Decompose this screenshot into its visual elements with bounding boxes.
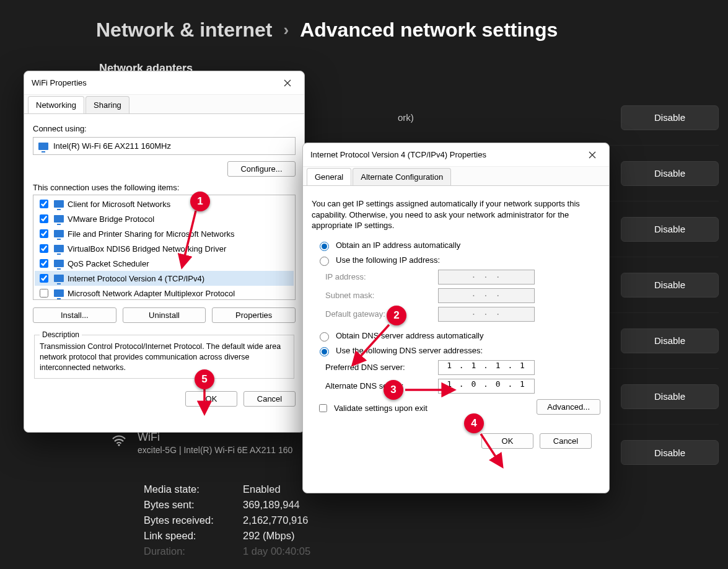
item-checkbox[interactable] — [40, 200, 48, 208]
radio-input[interactable] — [320, 332, 329, 342]
network-item[interactable]: VMware Bridge Protocol — [35, 211, 294, 226]
disable-button[interactable]: Disable — [621, 440, 719, 465]
checkbox-input[interactable] — [319, 404, 327, 412]
item-checkbox[interactable] — [40, 229, 48, 238]
annotation-badge-4: 4 — [464, 413, 484, 433]
stat-label: Link speed: — [144, 530, 230, 542]
ip-address-label: IP address: — [325, 272, 431, 281]
wifi-title: WiFi — [138, 431, 292, 444]
stat-label: Bytes sent: — [144, 499, 230, 511]
annotation-badge-5: 5 — [195, 369, 214, 389]
dns-auto-radio[interactable]: Obtain DNS server address automatically — [317, 330, 600, 342]
dialog-title: WiFi Properties — [32, 78, 87, 87]
disable-button[interactable]: Disable — [621, 329, 719, 353]
disable-button[interactable]: Disable — [621, 384, 719, 409]
network-item[interactable]: QoS Packet Scheduler — [35, 256, 294, 271]
ok-button[interactable]: OK — [481, 433, 533, 449]
configure-button[interactable]: Configure... — [227, 161, 296, 177]
tab-general[interactable]: General — [307, 168, 351, 185]
intro-text: You can get IP settings assigned automat… — [312, 198, 600, 231]
dialog-tabs: Networking Sharing — [24, 95, 304, 114]
preferred-dns-label: Preferred DNS server: — [325, 363, 431, 372]
stat-value: Enabled — [243, 483, 281, 495]
radio-label: Use the following IP address: — [336, 255, 440, 265]
dns-manual-radio[interactable]: Use the following DNS server addresses: — [317, 345, 600, 356]
uninstall-button[interactable]: Uninstall — [123, 307, 206, 323]
install-button[interactable]: Install... — [33, 307, 116, 323]
ipv4-properties-dialog: Internet Protocol Version 4 (TCP/IPv4) P… — [302, 143, 610, 493]
protocol-icon — [54, 230, 64, 237]
tab-alternate-configuration[interactable]: Alternate Configuration — [353, 168, 451, 185]
subnet-field: . . . — [438, 288, 535, 303]
connect-using-label: Connect using: — [33, 124, 296, 133]
advanced-button[interactable]: Advanced... — [537, 399, 600, 415]
network-item[interactable]: Internet Protocol Version 4 (TCP/IPv4) — [35, 271, 294, 286]
close-icon[interactable] — [583, 147, 602, 163]
item-label: Client for Microsoft Networks — [68, 200, 170, 209]
preferred-dns-field[interactable]: 1 . 1 . 1 . 1 — [438, 360, 535, 375]
close-icon[interactable] — [278, 75, 297, 91]
radio-label: Use the following DNS server addresses: — [336, 346, 483, 355]
item-label: Internet Protocol Version 4 (TCP/IPv4) — [68, 274, 204, 283]
network-item[interactable]: VirtualBox NDIS6 Bridged Networking Driv… — [35, 241, 294, 256]
properties-button[interactable]: Properties — [212, 307, 296, 323]
dialog-titlebar[interactable]: WiFi Properties — [24, 71, 304, 95]
items-label: This connection uses the following items… — [33, 183, 296, 192]
network-item[interactable]: File and Printer Sharing for Microsoft N… — [35, 226, 294, 241]
radio-input[interactable] — [320, 257, 329, 266]
stat-label: Bytes received: — [144, 514, 230, 526]
network-adapter-icon — [38, 143, 48, 150]
dialog-titlebar[interactable]: Internet Protocol Version 4 (TCP/IPv4) P… — [303, 143, 609, 167]
radio-input[interactable] — [320, 347, 329, 356]
disable-button[interactable]: Disable — [621, 273, 719, 298]
annotation-badge-2: 2 — [387, 306, 406, 325]
wifi-stats: Media state:Enabled Bytes sent:369,189,9… — [144, 483, 310, 561]
breadcrumb-parent[interactable]: Network & internet — [96, 19, 272, 42]
ip-fields: IP address:. . . Subnet mask:. . . Defau… — [325, 270, 600, 322]
item-checkbox[interactable] — [40, 214, 48, 223]
dialog-tabs: General Alternate Configuration — [303, 167, 609, 186]
stat-value: 292 (Mbps) — [243, 530, 294, 542]
protocol-icon — [54, 215, 64, 223]
stat-label: Media state: — [144, 483, 230, 495]
item-checkbox[interactable] — [40, 274, 48, 283]
item-checkbox[interactable] — [40, 289, 48, 298]
protocol-icon — [54, 289, 64, 297]
item-checkbox[interactable] — [40, 244, 48, 253]
stat-label: Duration: — [144, 545, 230, 557]
checkbox-label: Validate settings upon exit — [334, 404, 428, 413]
radio-input[interactable] — [320, 242, 329, 251]
item-checkbox[interactable] — [40, 259, 48, 268]
network-items-list[interactable]: Client for Microsoft NetworksVMware Brid… — [33, 195, 296, 300]
disable-button[interactable]: Disable — [621, 105, 719, 130]
stat-value: 1 day 00:40:05 — [243, 545, 310, 557]
disable-button[interactable]: Disable — [621, 161, 719, 186]
network-item[interactable]: Client for Microsoft Networks — [35, 196, 294, 211]
gateway-field: . . . — [438, 307, 535, 322]
cancel-button[interactable]: Cancel — [243, 391, 296, 407]
adapter-name: Intel(R) Wi-Fi 6E AX211 160MHz — [53, 141, 171, 151]
cancel-button[interactable]: Cancel — [540, 433, 592, 449]
disable-button[interactable]: Disable — [621, 217, 719, 242]
tab-sharing[interactable]: Sharing — [86, 96, 129, 113]
alternate-dns-field[interactable]: 1 . 0 . 0 . 1 — [438, 379, 535, 394]
ok-button[interactable]: OK — [185, 391, 237, 407]
tab-networking[interactable]: Networking — [28, 96, 84, 113]
description-label: Description — [40, 330, 82, 339]
ip-manual-radio[interactable]: Use the following IP address: — [317, 255, 600, 266]
alternate-dns-label: Alternate DNS server: — [325, 381, 431, 390]
radio-label: Obtain an IP address automatically — [336, 240, 460, 250]
ip-auto-radio[interactable]: Obtain an IP address automatically — [317, 240, 600, 251]
gateway-label: Default gateway: — [325, 309, 431, 319]
svg-point-0 — [118, 444, 120, 446]
network-item[interactable]: Microsoft Network Adapter Multiplexor Pr… — [35, 286, 294, 300]
description-box: Description Transmission Control Protoco… — [34, 330, 294, 379]
ip-address-field: . . . — [438, 270, 535, 284]
adapter-field[interactable]: Intel(R) Wi-Fi 6E AX211 160MHz — [33, 137, 296, 155]
item-label: Microsoft Network Adapter Multiplexor Pr… — [68, 289, 235, 298]
stat-value: 2,162,770,916 — [243, 514, 309, 526]
wifi-properties-dialog: WiFi Properties Networking Sharing Conne… — [24, 71, 305, 433]
wifi-adapter-detail: WiFi excitel-5G | Intel(R) Wi-Fi 6E AX21… — [112, 431, 292, 455]
chevron-right-icon: › — [283, 20, 289, 40]
item-label: VirtualBox NDIS6 Bridged Networking Driv… — [68, 244, 226, 254]
